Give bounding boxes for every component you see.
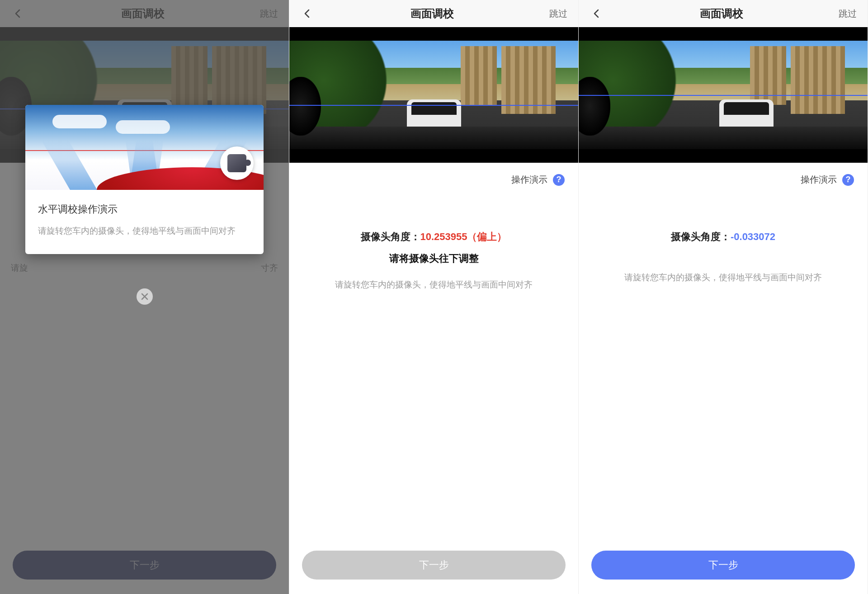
header: 画面调校 跳过 — [579, 0, 868, 27]
demo-illustration — [25, 105, 264, 190]
angle-value: -0.033072 — [731, 231, 775, 242]
close-button[interactable] — [137, 288, 153, 305]
close-icon — [141, 292, 149, 301]
next-button: 下一步 — [302, 551, 566, 580]
skip-button[interactable]: 跳过 — [837, 5, 859, 23]
help-icon[interactable]: ? — [842, 174, 854, 186]
help-icon[interactable]: ? — [553, 174, 565, 186]
camera-preview — [579, 27, 868, 163]
back-button[interactable] — [298, 5, 316, 23]
instruction-text: 请旋转您车内的摄像头，使得地平线与画面中间对齐 — [302, 278, 566, 292]
demo-link[interactable]: 操作演示 — [801, 174, 837, 186]
demo-modal: 水平调校操作演示 请旋转您车内的摄像头，使得地平线与画面中间对齐 — [25, 105, 264, 254]
modal-description: 请旋转您车内的摄像头，使得地平线与画面中间对齐 — [38, 224, 251, 238]
modal-title: 水平调校操作演示 — [38, 203, 251, 216]
demo-link[interactable]: 操作演示 — [511, 174, 547, 186]
arrow-left-icon — [591, 8, 602, 19]
next-button[interactable]: 下一步 — [591, 551, 855, 580]
camera-preview — [289, 27, 578, 163]
angle-label: 摄像头角度： — [671, 231, 731, 242]
horizon-line — [579, 95, 868, 96]
camera-angle-line: 摄像头角度：10.253955（偏上） — [302, 230, 566, 244]
arrow-left-icon — [302, 8, 313, 19]
angle-label: 摄像头角度： — [361, 231, 420, 242]
header: 画面调校 跳过 — [289, 0, 578, 27]
skip-button[interactable]: 跳过 — [547, 5, 569, 23]
page-title: 画面调校 — [700, 6, 743, 21]
camera-angle-line: 摄像头角度：-0.033072 — [591, 230, 855, 244]
back-button[interactable] — [588, 5, 606, 23]
angle-value: 10.253955（偏上） — [420, 231, 507, 242]
adjust-hint: 请将摄像头往下调整 — [302, 252, 566, 265]
page-title: 画面调校 — [410, 6, 454, 21]
horizon-line — [289, 105, 578, 106]
camera-icon — [220, 146, 254, 180]
instruction-text: 请旋转您车内的摄像头，使得地平线与画面中间对齐 — [591, 271, 855, 284]
